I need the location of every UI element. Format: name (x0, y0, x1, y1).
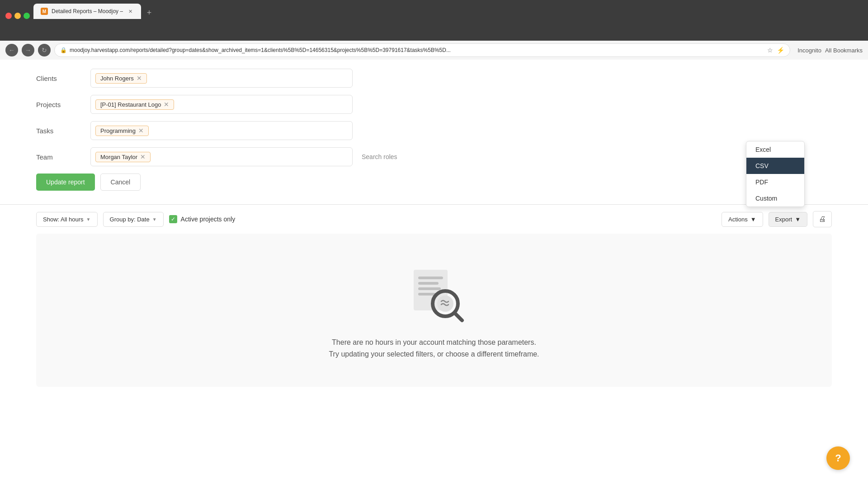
empty-message-line1: There are no hours in your account match… (329, 337, 539, 348)
bookmark-icon[interactable]: ☆ (767, 47, 773, 54)
active-projects-label: Active projects only (181, 216, 236, 223)
incognito-label: Incognito (797, 47, 821, 54)
projects-row: Projects [P-01] Restaurant Logo ✕ (36, 95, 832, 114)
maximize-window-btn[interactable] (24, 13, 30, 19)
actions-label: Actions (728, 216, 748, 223)
form-actions: Update report Cancel (36, 174, 832, 191)
forward-btn[interactable]: → (22, 44, 34, 56)
show-hours-chevron: ▼ (86, 217, 91, 222)
export-excel[interactable]: Excel (746, 141, 804, 158)
bookmarks-label: All Bookmarks (825, 47, 863, 54)
group-by-label: Group by: Date (110, 216, 150, 223)
export-chevron: ▼ (795, 216, 801, 223)
export-csv[interactable]: CSV (746, 158, 804, 174)
address-text: moodjoy.harvestapp.com/reports/detailed?… (70, 47, 764, 53)
new-tab-btn[interactable]: + (143, 6, 156, 19)
filter-form: Clients John Rogers ✕ Projects [P-01] Re… (0, 60, 868, 205)
export-dropdown-btn[interactable]: Export ▼ (769, 212, 807, 227)
group-by-dropdown[interactable]: Group by: Date ▼ (103, 212, 164, 227)
tab-favicon: M (41, 8, 48, 15)
actions-chevron: ▼ (750, 216, 756, 223)
projects-tag-text: [P-01] Restaurant Logo (100, 101, 161, 108)
tasks-tag-remove[interactable]: ✕ (138, 127, 144, 134)
doc-line4 (418, 293, 435, 296)
empty-state: There are no hours in your account match… (36, 234, 832, 387)
clients-label: Clients (36, 75, 81, 82)
doc-line1 (418, 277, 443, 279)
main-content: Clients John Rogers ✕ Projects [P-01] Re… (0, 60, 868, 488)
lock-icon: 🔒 (60, 47, 67, 53)
export-custom[interactable]: Custom (746, 190, 804, 206)
browser-chrome: M Detailed Reports – Moodjoy – ✕ + (0, 0, 868, 41)
clients-tag-remove[interactable]: ✕ (137, 75, 142, 81)
address-bar[interactable]: 🔒 moodjoy.harvestapp.com/reports/detaile… (54, 43, 790, 57)
window-controls (5, 13, 30, 19)
tab-bar: M Detailed Reports – Moodjoy – ✕ + (0, 0, 868, 19)
clients-tag: John Rogers ✕ (95, 73, 147, 84)
projects-label: Projects (36, 101, 81, 108)
close-window-btn[interactable] (5, 13, 12, 19)
show-hours-label: Show: All hours (43, 216, 84, 223)
team-tag-text: Morgan Taylor (100, 154, 137, 160)
tasks-tag: Programming ✕ (95, 126, 149, 136)
tab-close-btn[interactable]: ✕ (127, 8, 134, 15)
projects-tag-remove[interactable]: ✕ (164, 101, 169, 108)
active-projects-checkbox[interactable]: ✓ (169, 215, 177, 223)
group-by-chevron: ▼ (152, 217, 157, 222)
show-hours-dropdown[interactable]: Show: All hours ▼ (36, 212, 98, 227)
print-icon: 🖨 (819, 215, 826, 223)
doc-line3 (418, 287, 441, 290)
projects-field[interactable]: [P-01] Restaurant Logo ✕ (90, 95, 353, 114)
tasks-label: Tasks (36, 127, 81, 135)
team-field[interactable]: Morgan Taylor ✕ (90, 147, 353, 166)
actions-dropdown-btn[interactable]: Actions ▼ (722, 212, 763, 227)
export-pdf[interactable]: PDF (746, 174, 804, 190)
clients-tag-text: John Rogers (100, 75, 134, 82)
print-btn[interactable]: 🖨 (813, 211, 832, 227)
tasks-row: Tasks Programming ✕ (36, 121, 832, 140)
doc-line2 (418, 282, 439, 285)
cancel-button[interactable]: Cancel (100, 174, 141, 191)
team-row: Team Morgan Taylor ✕ Search roles (36, 147, 832, 166)
team-label: Team (36, 153, 81, 161)
empty-message-line2: Try updating your selected filters, or c… (329, 348, 539, 360)
tab-title: Detailed Reports – Moodjoy – (52, 8, 123, 14)
projects-tag: [P-01] Restaurant Logo ✕ (95, 99, 174, 110)
search-roles-link[interactable]: Search roles (362, 153, 397, 160)
empty-text: There are no hours in your account match… (329, 337, 539, 360)
team-tag-remove[interactable]: ✕ (140, 154, 146, 160)
help-button[interactable]: ? (826, 446, 850, 470)
address-bar-icons: ☆ ⚡ (767, 47, 784, 54)
update-report-button[interactable]: Update report (36, 174, 95, 191)
minimize-window-btn[interactable] (14, 13, 21, 19)
tasks-tag-text: Programming (100, 127, 136, 134)
browser-actions: Incognito All Bookmarks (797, 47, 863, 54)
clients-field[interactable]: John Rogers ✕ (90, 69, 353, 88)
tasks-field[interactable]: Programming ✕ (90, 121, 353, 140)
no-results-svg (398, 261, 470, 324)
clients-row: Clients John Rogers ✕ (36, 69, 832, 88)
reload-btn[interactable]: ↻ (38, 44, 51, 56)
magnifier-inner (437, 296, 453, 312)
back-btn[interactable]: ← (5, 44, 18, 56)
export-label: Export (775, 216, 793, 223)
magnifier-handle (455, 313, 462, 320)
team-tag: Morgan Taylor ✕ (95, 152, 151, 162)
active-projects-checkbox-label[interactable]: ✓ Active projects only (169, 215, 236, 223)
empty-state-icon (398, 261, 470, 326)
browser-tab-active[interactable]: M Detailed Reports – Moodjoy – ✕ (33, 4, 141, 19)
report-controls-bar: Show: All hours ▼ Group by: Date ▼ ✓ Act… (0, 205, 868, 234)
export-dropdown-menu: Excel CSV PDF Custom (746, 141, 805, 207)
extension-icon[interactable]: ⚡ (777, 47, 784, 54)
address-bar-row: ← → ↻ 🔒 moodjoy.harvestapp.com/reports/d… (0, 41, 868, 60)
